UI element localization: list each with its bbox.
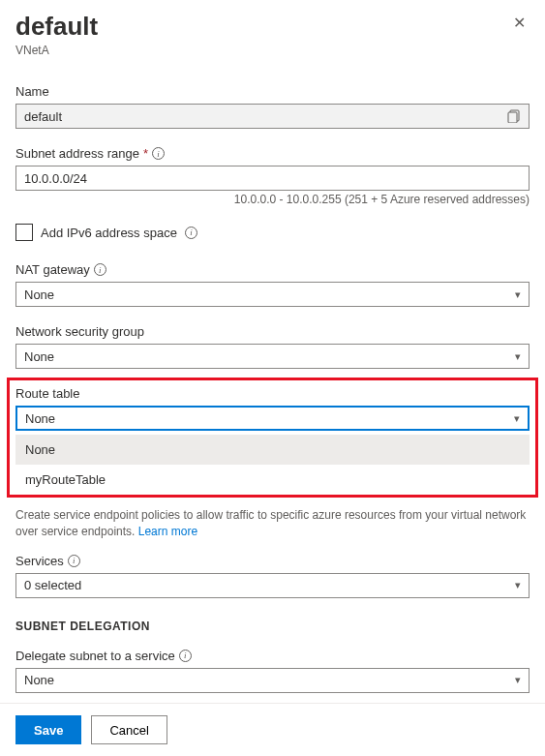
subnet-range-hint: 10.0.0.0 - 10.0.0.255 (251 + 5 Azure res… xyxy=(15,193,530,206)
route-table-value: None xyxy=(25,411,55,426)
info-icon[interactable]: i xyxy=(185,227,197,239)
learn-more-link[interactable]: Learn more xyxy=(138,525,197,538)
chevron-down-icon: ▾ xyxy=(515,674,521,686)
chevron-down-icon: ▾ xyxy=(515,288,521,301)
delegate-value: None xyxy=(24,673,54,687)
nsg-value: None xyxy=(24,349,54,364)
ipv6-checkbox[interactable] xyxy=(15,224,33,241)
nsg-select[interactable]: None ▾ xyxy=(15,344,530,369)
subnet-range-value: 10.0.0.0/24 xyxy=(24,171,87,186)
save-button[interactable]: Save xyxy=(15,715,81,744)
route-table-select[interactable]: None ▾ xyxy=(15,406,530,431)
subnet-range-input[interactable]: 10.0.0.0/24 xyxy=(15,166,530,191)
route-table-dropdown: None myRouteTable xyxy=(15,435,530,495)
route-table-option-myroutetable[interactable]: myRouteTable xyxy=(15,465,530,495)
close-icon[interactable]: ✕ xyxy=(509,12,530,35)
page-subtitle: VNetA xyxy=(15,44,530,57)
name-value: default xyxy=(24,109,62,124)
svg-rect-1 xyxy=(508,112,517,123)
copy-icon[interactable] xyxy=(507,109,521,123)
services-label: Services xyxy=(15,554,64,568)
services-select[interactable]: 0 selected ▾ xyxy=(15,573,530,598)
info-icon[interactable]: i xyxy=(68,555,80,567)
info-icon[interactable]: i xyxy=(152,147,165,160)
cancel-button[interactable]: Cancel xyxy=(91,715,167,744)
page-title: default xyxy=(15,12,98,42)
services-value: 0 selected xyxy=(24,578,81,592)
route-table-highlight: Route table None ▾ None myRouteTable xyxy=(7,378,538,498)
route-table-option-none[interactable]: None xyxy=(15,435,530,465)
subnet-range-label: Subnet address range xyxy=(15,146,139,161)
nsg-label: Network security group xyxy=(15,324,530,339)
info-icon[interactable]: i xyxy=(179,650,192,662)
required-marker: * xyxy=(143,146,148,161)
nat-gateway-label: NAT gateway xyxy=(15,262,90,277)
delegate-label: Delegate subnet to a service xyxy=(15,649,175,663)
footer: Save Cancel xyxy=(0,703,545,756)
delegate-select[interactable]: None ▾ xyxy=(15,668,530,693)
chevron-down-icon: ▾ xyxy=(515,350,521,363)
route-table-label: Route table xyxy=(15,386,530,401)
name-label: Name xyxy=(15,84,530,99)
name-input[interactable]: default xyxy=(15,104,530,129)
ipv6-label: Add IPv6 address space xyxy=(41,226,177,240)
chevron-down-icon: ▾ xyxy=(515,579,521,591)
subnet-delegation-heading: SUBNET DELEGATION xyxy=(15,620,530,633)
chevron-down-icon: ▾ xyxy=(514,412,520,425)
service-endpoints-help: Create service endpoint policies to allo… xyxy=(15,507,530,540)
nat-gateway-value: None xyxy=(24,287,54,302)
info-icon[interactable]: i xyxy=(94,263,106,276)
nat-gateway-select[interactable]: None ▾ xyxy=(15,282,530,307)
